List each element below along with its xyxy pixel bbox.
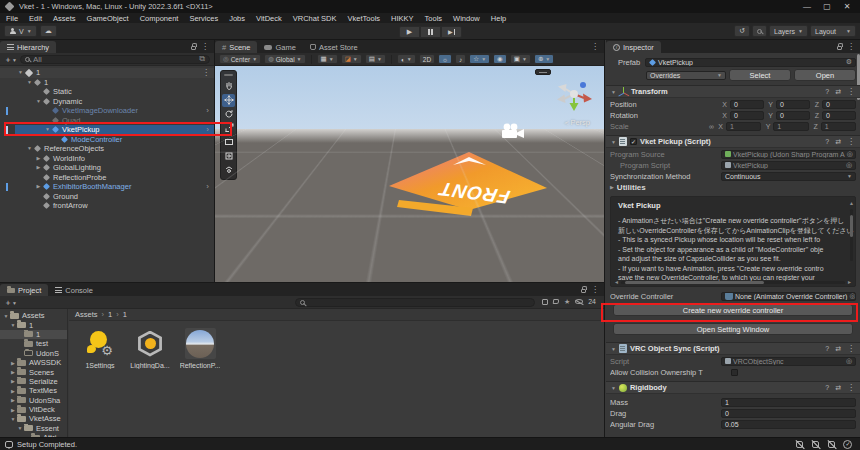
menu-gameobject[interactable]: GameObject — [87, 14, 129, 23]
layers-dropdown[interactable]: Layers▼ — [769, 25, 808, 37]
hierarchy-item-frontarrow[interactable]: frontArrow — [0, 201, 214, 211]
undo-history-button[interactable]: ↺ — [734, 25, 750, 37]
menu-tools[interactable]: Tools — [425, 14, 443, 23]
help-icon[interactable]: ? — [825, 345, 829, 352]
folder-item-udons[interactable]: UdonS — [0, 349, 67, 358]
menu-component[interactable]: Component — [140, 14, 179, 23]
help-icon[interactable]: ? — [825, 88, 829, 95]
close-button[interactable]: ✕ — [842, 2, 852, 11]
scale-y-field[interactable]: 1 — [773, 122, 808, 131]
lock-icon[interactable] — [837, 46, 842, 50]
scroll-left-icon[interactable]: ◄ — [614, 280, 619, 284]
foldout-icon[interactable]: ▼ — [611, 385, 616, 391]
folder-item-serialize[interactable]: ▶Serialize — [0, 377, 67, 386]
search-filter-icon[interactable]: ⧉ — [199, 54, 205, 64]
muted-notification-icon[interactable] — [811, 440, 820, 449]
status-message[interactable]: Setup Completed. — [17, 440, 77, 449]
tab-project[interactable]: Project — [0, 284, 48, 296]
menu-vitdeck[interactable]: VitDeck — [256, 14, 282, 23]
global-search-button[interactable] — [752, 25, 767, 37]
object-picker-icon[interactable]: ◎ — [846, 161, 852, 169]
rigidbody-component-header[interactable]: ▼ Rigidbody ?⇄⋮ — [606, 381, 860, 394]
expander-icon[interactable]: ▶ — [34, 163, 43, 173]
scale-x-field[interactable]: 1 — [726, 122, 761, 131]
helpbox-horizontal-scrollbar[interactable]: ◄ ► — [614, 280, 852, 284]
object-picker-icon[interactable]: ◎ — [846, 357, 852, 365]
hierarchy-item-vketpickup[interactable]: ▼ VketPickup › — [0, 125, 214, 135]
tool-handle-pivot-dropdown[interactable]: ◎Center▼ — [219, 54, 261, 64]
transform-tool-button[interactable] — [222, 150, 235, 163]
open-setting-window-button[interactable]: Open Setting Window — [613, 323, 853, 335]
hierarchy-item-scene-1[interactable]: ▼ 1 ⋮ — [0, 68, 214, 78]
pause-button[interactable] — [420, 26, 441, 38]
component-menu-icon[interactable]: ⋮ — [847, 344, 855, 353]
rotate-tool-button[interactable] — [222, 108, 235, 121]
link-scale-icon[interactable]: ∞ — [709, 123, 714, 130]
scene-menu-icon[interactable]: ⋮ — [202, 68, 214, 78]
scroll-up-icon[interactable]: ▲ — [849, 200, 854, 206]
2d-toggle[interactable]: 2D — [419, 54, 435, 64]
hierarchy-item-1[interactable]: ▼ 1 — [0, 78, 214, 88]
allow-collision-ownership-checkbox[interactable] — [731, 369, 738, 376]
prefab-open-button[interactable]: Open — [794, 69, 856, 81]
angular-drag-field[interactable]: 0.05 — [721, 420, 856, 429]
prefab-open-arrow[interactable]: › — [206, 125, 214, 135]
mass-field[interactable]: 1 — [721, 398, 856, 407]
utilities-foldout[interactable]: ▶ Utilities — [606, 182, 860, 192]
panel-menu-icon[interactable]: ⋮ — [201, 42, 209, 51]
hierarchy-item-vketimagedownloader[interactable]: VketImageDownloader › — [0, 106, 214, 116]
menu-window[interactable]: Window — [453, 14, 480, 23]
camera-settings-dropdown[interactable]: ▣▼ — [510, 54, 531, 64]
create-menu-button[interactable]: ＋▼ — [4, 54, 17, 65]
custom-tool-button[interactable] — [222, 164, 235, 177]
menu-vkettools[interactable]: VketTools — [348, 14, 381, 23]
hierarchy-item-globallighting[interactable]: ▶ GlobalLighting — [0, 163, 214, 173]
presets-icon[interactable]: ⇄ — [835, 88, 841, 96]
draw-mode-dropdown[interactable]: ◐▼ — [397, 54, 416, 64]
folder-item-essent[interactable]: ▼Essent — [0, 424, 67, 433]
drag-field[interactable]: 0 — [721, 409, 856, 418]
hierarchy-item-reflectionprobe[interactable]: ReflectionProbe — [0, 173, 214, 183]
component-enabled-checkbox[interactable]: ✓ — [630, 138, 637, 145]
presets-icon[interactable]: ⇄ — [835, 138, 841, 146]
rotation-x-field[interactable]: 0 — [730, 111, 764, 120]
transform-component-header[interactable]: ▼ Transform ?⇄⋮ — [606, 85, 860, 98]
progress-ok-icon[interactable] — [843, 440, 852, 449]
create-asset-button[interactable]: ＋▼ — [4, 297, 17, 308]
lock-icon[interactable] — [581, 289, 586, 293]
folder-item-1[interactable]: ▼1 — [0, 320, 67, 329]
foldout-icon[interactable]: ▼ — [611, 139, 616, 145]
scene-viewport[interactable]: FRONT ≺ Persp — [215, 66, 604, 282]
override-controller-field[interactable]: None (Animator Override Controller) ◎ — [721, 292, 856, 301]
perspective-label[interactable]: ≺ Persp — [564, 118, 590, 127]
menu-assets[interactable]: Assets — [53, 14, 76, 23]
folder-item-scenes[interactable]: ▶Scenes — [0, 367, 67, 376]
menu-edit[interactable]: Edit — [29, 14, 42, 23]
muted-notification-icon[interactable] — [795, 440, 804, 449]
muted-notification-icon[interactable] — [827, 440, 836, 449]
hierarchy-item-exhibitorboothmanager[interactable]: ▶ ExhibitorBoothManager › — [0, 182, 214, 192]
cloud-button[interactable]: ☁ — [40, 25, 57, 37]
tab-inspector[interactable]: i Inspector — [606, 41, 661, 53]
scale-tool-button[interactable] — [222, 122, 235, 135]
rotation-y-field[interactable]: 0 — [776, 111, 810, 120]
position-x-field[interactable]: 0 — [730, 100, 764, 109]
tab-hierarchy[interactable]: Hierarchy — [0, 41, 56, 53]
minimize-button[interactable]: — — [802, 2, 812, 11]
hierarchy-item-ground[interactable]: Ground — [0, 192, 214, 202]
search-by-label-icon[interactable] — [553, 299, 560, 304]
project-search-input[interactable] — [295, 298, 535, 307]
search-by-type-icon[interactable] — [542, 299, 548, 305]
rect-tool-button[interactable] — [222, 136, 235, 149]
folder-item-udonsha[interactable]: ▶UdonSha — [0, 396, 67, 405]
scene-visibility-toggle[interactable]: ◉ — [493, 54, 507, 64]
expander-icon[interactable]: ▼ — [34, 97, 43, 107]
step-button[interactable]: ▶ — [441, 26, 462, 38]
hierarchy-item-static[interactable]: Static — [0, 87, 214, 97]
scene-lighting-toggle[interactable]: ☼ — [438, 54, 452, 64]
prefab-open-arrow[interactable]: › — [206, 182, 214, 192]
tab-console[interactable]: Console — [48, 284, 100, 296]
panel-menu-icon[interactable]: ⋮ — [591, 42, 599, 51]
tab-asset-store[interactable]: Asset Store — [303, 41, 365, 53]
menu-jobs[interactable]: Jobs — [229, 14, 245, 23]
